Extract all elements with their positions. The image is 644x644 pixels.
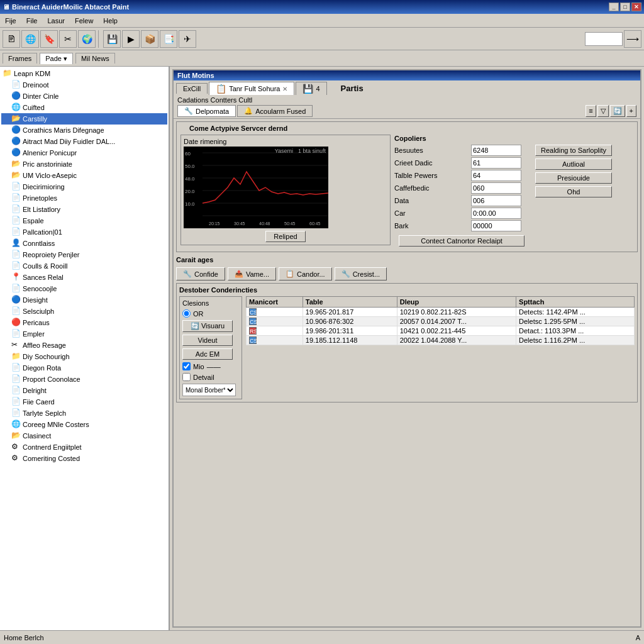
table-row[interactable]: RS 19.986·201:311 10421 0.002.211-445 De… bbox=[247, 326, 635, 336]
toolbar-btn-4[interactable]: ✂ bbox=[59, 30, 77, 48]
tree-item-pericaus[interactable]: 🔴 Pericaus bbox=[1, 317, 167, 328]
maximize-button[interactable]: □ bbox=[620, 3, 630, 11]
autlioal-button[interactable]: Autlioal bbox=[535, 158, 612, 170]
tree-item-delright[interactable]: 📄 Delright bbox=[1, 385, 167, 396]
tree-item-cuifted[interactable]: 🌐 Cuifted bbox=[1, 102, 167, 113]
toolbar-icon-2[interactable]: ▽ bbox=[597, 105, 609, 117]
tab-excill[interactable]: ExCill bbox=[176, 83, 208, 94]
sub-tab-acoularm[interactable]: 🔔 Acoularm Fused bbox=[237, 105, 313, 117]
table-row[interactable]: CS 19.965·201.817 10219 0.802.211-82S De… bbox=[247, 308, 635, 317]
tree-item-diegon[interactable]: 📄 Diegon Rota bbox=[1, 362, 167, 374]
tree-item-comeriting[interactable]: ⚙ Comeriting Costed bbox=[1, 453, 167, 464]
field-input-data[interactable] bbox=[471, 195, 521, 206]
tree-item-empler[interactable]: 📄 Empler bbox=[1, 328, 167, 340]
videut-button[interactable]: Videut bbox=[182, 335, 233, 346]
tree-item-carstilly[interactable]: 📂 Carstilly bbox=[1, 113, 167, 125]
confide-button[interactable]: 🔧 Confide bbox=[176, 267, 225, 280]
sub-tab-delpomata[interactable]: 🔧 Delpomata bbox=[177, 105, 236, 117]
toolbar-btn-8[interactable]: 📦 bbox=[141, 30, 158, 48]
tree-item-aitract[interactable]: 🔵 Aitract Mad Diiy Fuidler DAL... bbox=[1, 136, 167, 147]
chart-reload-btn[interactable]: Reliped bbox=[184, 231, 387, 242]
field-input-crieet[interactable] bbox=[471, 157, 521, 169]
toolbar-btn-9[interactable]: 📑 bbox=[160, 30, 177, 48]
tree-item-affleo[interactable]: ✂ Affleo Resage bbox=[1, 340, 167, 351]
reliped-button[interactable]: Reliped bbox=[265, 231, 305, 242]
nav-tab-mil-news[interactable]: Mil News bbox=[75, 53, 115, 64]
tree-item-coulls[interactable]: 📄 Coulls & Rooill bbox=[1, 260, 167, 272]
tree-item-dreinoot[interactable]: 📄 Dreinoot bbox=[1, 79, 167, 91]
tree-item-um[interactable]: 📂 UM Viclo·eAsepic bbox=[1, 170, 167, 181]
field-input-car[interactable] bbox=[471, 208, 521, 219]
menu-lasur[interactable]: Lasur bbox=[42, 16, 70, 26]
tree-item-senocoojle[interactable]: 📄 Senocoojle bbox=[1, 283, 167, 294]
visuaru-button[interactable]: 🔄 Visuaru bbox=[182, 320, 233, 332]
right-panel: Flut Motins ExCill 📋 Tanr Fult Sohura ✕ … bbox=[170, 67, 644, 630]
tree-item-corathics[interactable]: 🔵 Corathics Maris Difegnage bbox=[1, 125, 167, 136]
tree-item-conntlaiss[interactable]: 👤 Conntlaiss bbox=[1, 238, 167, 249]
field-input-talble[interactable] bbox=[471, 170, 521, 181]
tree-item-pric[interactable]: 📂 Pric anstoriniate bbox=[1, 158, 167, 170]
nav-tab-frames[interactable]: Frames bbox=[3, 53, 37, 64]
toolbar-btn-2[interactable]: 🌐 bbox=[21, 30, 39, 48]
search-input[interactable]: 60 bbox=[585, 32, 623, 46]
adc-em-button[interactable]: Adc EM bbox=[182, 348, 233, 360]
checkbox-detvail[interactable] bbox=[182, 373, 191, 381]
tree-item-diesight[interactable]: 🔵 Diesight bbox=[1, 294, 167, 306]
tree-item-alnenicr[interactable]: 🔵 Alnenicr Ponicupr bbox=[1, 147, 167, 158]
vame-button[interactable]: 📤 Vame... bbox=[228, 267, 276, 280]
tab-close-icon[interactable]: ✕ bbox=[282, 86, 287, 92]
menu-fije[interactable]: Fije bbox=[0, 16, 21, 26]
tree-item-pallcation[interactable]: 📄 Pallcation|01 bbox=[1, 226, 167, 238]
tree-item-prinetoples[interactable]: 📄 Prinetoples bbox=[1, 192, 167, 204]
tree-item-proport[interactable]: 📄 Proport Coonolace bbox=[1, 374, 167, 385]
close-button[interactable]: ✕ bbox=[631, 3, 641, 11]
tree-item-reoproiety[interactable]: 📄 Reoproiety Penjler bbox=[1, 249, 167, 260]
ohd-button[interactable]: Ohd bbox=[535, 186, 612, 197]
tree-item-espale[interactable]: 📄 Espale bbox=[1, 215, 167, 226]
checkbox-mio[interactable] bbox=[182, 362, 191, 370]
toolbar-btn-5[interactable]: 🌍 bbox=[78, 30, 96, 48]
cresist-button[interactable]: 🔧 Cresist... bbox=[335, 267, 387, 280]
realding-button[interactable]: Realding to Sarloplity bbox=[535, 145, 612, 156]
toolbar-icon-4[interactable]: + bbox=[626, 105, 636, 117]
toolbar-btn-1[interactable]: 🖹 bbox=[3, 30, 20, 48]
contact-button[interactable]: Contect Catnortor Reclaipt bbox=[399, 235, 525, 247]
menu-file[interactable]: File bbox=[21, 16, 43, 26]
candor-button[interactable]: 📋 Candor... bbox=[279, 267, 332, 280]
tab-tanr[interactable]: 📋 Tanr Fult Sohura ✕ bbox=[209, 82, 294, 95]
tree-item-contnerd[interactable]: ⚙ Contnerd Engiitplet bbox=[1, 441, 167, 453]
tab-4[interactable]: 💾 4 bbox=[296, 82, 326, 95]
tree-item-diy[interactable]: 📁 Diy Sochourigh bbox=[1, 351, 167, 362]
toolbar-btn-3[interactable]: 🔖 bbox=[40, 30, 58, 48]
table-row[interactable]: CS 19.185.112.1148 20022 1.044.2088 Y...… bbox=[247, 336, 635, 345]
dropdown-select[interactable]: Monal Borber* Segimenrte bbox=[182, 384, 236, 396]
table-row[interactable]: CS 10.906·876:302 20057 0.014.2007 T... … bbox=[247, 317, 635, 326]
menu-help[interactable]: Help bbox=[98, 16, 123, 26]
toolbar-icon-1[interactable]: ≡ bbox=[586, 105, 596, 117]
toolbar-btn-10[interactable]: ✈ bbox=[179, 30, 196, 48]
tree-item-leapn-kdm[interactable]: 📁 Leapn KDM bbox=[1, 68, 167, 79]
menu-felew[interactable]: Felew bbox=[70, 16, 98, 26]
field-input-caffefbedic[interactable] bbox=[471, 182, 521, 194]
tree-item-tarlyte[interactable]: 📄 Tarlyte Seplch bbox=[1, 408, 167, 419]
nav-tab-pade[interactable]: Pade ▾ bbox=[40, 53, 73, 64]
tree-item-diecirimioring[interactable]: 📄 Diecirimioring bbox=[1, 181, 167, 192]
presiouide-button[interactable]: Presiouide bbox=[535, 172, 612, 184]
tree-item-coreeg[interactable]: 🌐 Coreeg MNle Costers bbox=[1, 419, 167, 430]
tree-item-dinter[interactable]: 🔵 Dinter Cinle bbox=[1, 91, 167, 102]
toolbar-icon-3[interactable]: 🔄 bbox=[610, 105, 625, 117]
tree-item-selsciulph[interactable]: 📄 Selsciulph bbox=[1, 306, 167, 317]
tree-item-elt[interactable]: 📄 Elt Listatlory bbox=[1, 204, 167, 215]
title-bar-controls[interactable]: _ □ ✕ bbox=[609, 3, 641, 11]
checkbox-mio-label: Mio bbox=[193, 363, 204, 370]
toolbar-btn-7[interactable]: ▶ bbox=[122, 30, 140, 48]
tree-item-clasinect[interactable]: 📂 Clasinect bbox=[1, 430, 167, 441]
search-go-button[interactable]: ⟶ bbox=[624, 30, 641, 48]
minimize-button[interactable]: _ bbox=[609, 3, 619, 11]
tree-item-fiie[interactable]: 📄 Fiie Caerd bbox=[1, 396, 167, 408]
toolbar-btn-6[interactable]: 💾 bbox=[103, 30, 121, 48]
field-input-besuutes[interactable] bbox=[471, 145, 521, 156]
tree-item-sances[interactable]: 📍 Sances Relal bbox=[1, 272, 167, 283]
radio-or[interactable] bbox=[182, 309, 191, 318]
field-input-bark[interactable] bbox=[471, 220, 521, 231]
